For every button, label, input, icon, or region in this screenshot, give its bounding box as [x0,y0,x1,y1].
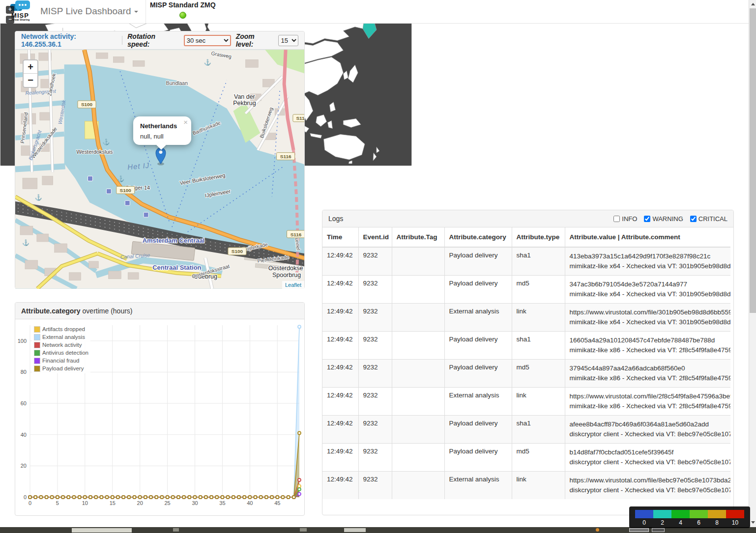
svg-text:60: 60 [21,400,27,406]
svg-text:20: 20 [137,500,143,506]
arrow-up-icon [751,3,755,5]
network-activity-header: Network activity: 146.255.36.1 Rotation … [15,31,304,50]
cell-category: Payload delivery [444,276,512,304]
map-label: Pekbrug [233,100,256,107]
svg-text:10: 10 [82,500,88,506]
cell-time: 12:49:42 [322,388,358,416]
taskbar-window-button[interactable] [344,528,366,532]
svg-text:0: 0 [29,500,31,506]
map-zoom-in-button[interactable]: + [24,60,37,74]
legend-swatch [34,358,40,364]
cell-value-comment: https://www.virustotal.com/file/2f8c54f9… [565,388,730,416]
logs-table: Time Event.id Attribute.Tag Attribute.ca… [322,227,730,499]
col-attribute-category: Attribute.category [444,227,512,247]
cell-event-id: 9232 [358,416,392,444]
scroll-down-button[interactable] [749,518,756,526]
world-zoom-out-button[interactable]: − [6,16,14,24]
taskbar-tray-item[interactable] [652,528,665,532]
svg-text:100: 100 [18,338,27,344]
cell-type: sha1 [512,247,565,276]
road-badge: S100 [116,186,135,194]
arrow-down-icon [751,521,755,524]
cell-value-comment: 16605a4a29a101208457c47ebfde788487be788d… [565,332,730,360]
zmq-status-dot [179,12,186,19]
log-level-filters: INFO WARNING CRITICAL [609,215,727,223]
svg-text:5: 5 [56,500,59,506]
taskbar-icon[interactable] [300,528,307,532]
cell-time: 12:49:42 [322,304,358,332]
legend-item: Artifacts dropped [34,325,88,333]
logs-title: Logs [328,215,343,223]
taskbar-icon[interactable] [173,528,179,532]
taskbar-window-button[interactable] [72,528,132,533]
map-zoom-out-button[interactable]: − [24,74,37,87]
taskbar-notification-icon[interactable] [596,528,599,532]
rotation-speed-label: Rotation speed: [127,32,179,48]
zoom-level-select[interactable]: 15 [278,35,298,46]
logs-table-wrap: Time Event.id Attribute.Tag Attribute.ca… [322,227,730,499]
world-zoom-in-button[interactable]: + [6,6,14,14]
cell-value-comment: b14d8faf7f0cbcfad051cefe5f39645fdiskcryp… [565,444,730,472]
leaflet-attribution[interactable]: Leaflet [282,281,304,289]
cell-type: sha1 [512,332,565,360]
info-checkbox[interactable] [613,216,620,222]
warning-checkbox[interactable] [644,216,650,222]
svg-text:25: 25 [164,500,170,506]
svg-text:S11: S11 [296,115,304,121]
cell-event-id: 9232 [358,304,392,332]
logs-header: Logs INFO WARNING CRITICAL [322,210,733,227]
dashboard-menu-label: MISP Live Dashboard [40,6,131,16]
page-scrollbar[interactable] [749,0,756,533]
road-badge: S100 [228,248,246,255]
taskbar-tray-item[interactable] [629,528,649,532]
cell-type: link [512,388,565,416]
cell-tag [392,247,444,276]
legend-swatch [34,365,40,372]
critical-checkbox[interactable] [690,216,697,222]
svg-text:40: 40 [247,500,253,506]
road-badge: S100 [78,101,96,108]
leaflet-map[interactable]: ⚓⚓⚓ ⚓⚓ Het IJAmsterdam CentraalCentraal … [15,50,304,289]
cell-category: Payload delivery [444,444,512,472]
zoom-level-label: Zoom level: [236,32,274,48]
cell-time: 12:49:42 [322,360,358,388]
popup-close-icon[interactable]: × [183,119,188,126]
legend-swatch [34,342,40,348]
legend-item: Payload delivery [34,365,88,372]
legend-swatch [34,326,40,333]
filter-info[interactable]: INFO [613,215,637,223]
svg-text:80: 80 [21,369,27,375]
map-label: Van der [234,93,255,100]
navbar-divider [145,0,146,24]
scroll-up-button[interactable] [749,0,756,8]
cell-value-comment: 413eba3973a15c1a6429d9f170f3e8287f98c21c… [565,247,730,276]
cell-time: 12:49:42 [322,276,358,304]
cell-category: External analysis [444,304,512,332]
filter-critical[interactable]: CRITICAL [690,215,727,223]
road-badge: S11 [293,114,304,122]
cell-category: Payload delivery [444,247,512,276]
legend-item: Financial fraud [34,357,88,365]
svg-text:S116: S116 [280,154,291,159]
dashboard-menu[interactable]: MISP Live Dashboard [40,6,138,17]
scrollbar-thumb[interactable] [750,8,756,313]
cell-value-comment: 37945c44a897aa42a66adcab68f560e0mimikatz… [565,360,730,388]
cell-event-id: 9232 [358,444,392,472]
table-row: 12:49:429232External analysislinkhttps:/… [322,388,730,416]
cell-tag [392,416,444,444]
filter-warning[interactable]: WARNING [644,215,683,223]
cell-event-id: 9232 [358,388,392,416]
map-label: Oosterdokse [268,265,303,272]
svg-text:20: 20 [21,463,27,469]
network-activity-link[interactable]: Network activity: 146.255.36.1 [21,32,117,48]
logs-table-body: 12:49:429232Payload deliverysha1413eba39… [322,247,730,499]
cell-value-comment: https://www.virustotal.com/file/301b905e… [565,304,730,332]
svg-text:45: 45 [274,500,280,506]
rotation-speed-select[interactable]: 30 sec [184,35,231,46]
chart-header: Attribute.category overtime (hours) [15,303,304,319]
road-badge: S116 [287,230,304,238]
svg-text:S100: S100 [232,249,243,254]
table-row: 12:49:429232External analysislinkhttps:/… [322,304,730,332]
table-row: 12:49:429232Payload deliverymd5b14d8faf7… [322,444,730,472]
chart-title-bold: Attribute.category [21,307,81,315]
